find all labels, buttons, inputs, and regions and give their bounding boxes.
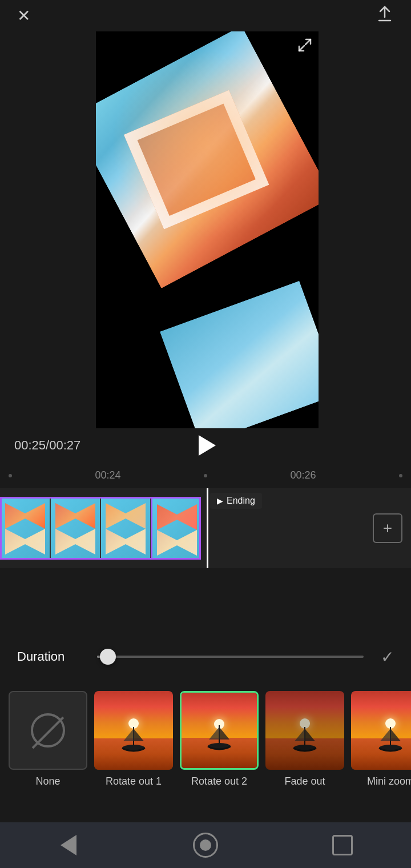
effect-rotate-out-1-thumbnail xyxy=(94,691,173,770)
time-display: 00:25/00:27 xyxy=(14,438,100,453)
boat-icon-1 xyxy=(116,724,151,758)
effect-rotate-out-2-label: Rotate out 2 xyxy=(191,775,247,787)
filmstrip-area: ▶ Ending + xyxy=(0,488,411,568)
effect-none[interactable]: None xyxy=(9,691,87,787)
ending-icon: ▶ xyxy=(217,496,223,505)
add-clip-icon: + xyxy=(383,519,392,537)
ending-label: Ending xyxy=(227,496,255,506)
film-frame-3[interactable] xyxy=(100,497,151,560)
svg-marker-5 xyxy=(123,729,134,741)
home-icon xyxy=(193,833,218,858)
ruler-time-2: 00:26 xyxy=(207,469,399,481)
film-frame-4[interactable] xyxy=(151,497,201,560)
close-button[interactable]: ✕ xyxy=(17,6,30,25)
effect-none-label: None xyxy=(35,775,60,787)
ending-badge: ▶ Ending xyxy=(210,493,262,509)
confirm-button[interactable]: ✓ xyxy=(381,648,394,666)
effect-none-thumbnail xyxy=(9,691,87,770)
filmstrip xyxy=(0,497,206,560)
svg-marker-13 xyxy=(295,729,305,741)
effect-mini-zoom-thumbnail xyxy=(351,691,411,770)
recent-apps-icon xyxy=(332,835,353,855)
bottom-nav xyxy=(0,822,411,868)
expand-icon[interactable] xyxy=(296,36,314,58)
nav-back-button[interactable] xyxy=(53,830,84,861)
nav-recent-button[interactable] xyxy=(327,830,358,861)
duration-slider[interactable] xyxy=(97,656,364,658)
ruler-dot-3 xyxy=(399,474,402,477)
effect-fade-out[interactable]: Fade out xyxy=(265,691,344,787)
back-icon xyxy=(61,835,76,855)
duration-area: Duration ✓ xyxy=(0,640,411,674)
svg-marker-9 xyxy=(209,727,219,740)
nav-home-button[interactable] xyxy=(190,830,221,861)
boat-icon-4 xyxy=(373,724,408,758)
top-bar: ✕ xyxy=(0,0,411,31)
boat-icon-3 xyxy=(288,724,322,758)
effect-rotate-out-2[interactable]: Rotate out 2 xyxy=(180,691,259,787)
effect-rotate-out-1[interactable]: Rotate out 1 xyxy=(94,691,173,787)
ruler-marks: 00:24 00:26 xyxy=(9,469,402,481)
effect-fade-out-thumbnail xyxy=(265,691,344,770)
boat-icon-2 xyxy=(202,722,236,757)
svg-marker-17 xyxy=(380,729,390,741)
play-icon xyxy=(199,435,216,456)
film-frame-2[interactable] xyxy=(50,497,100,560)
effect-mini-zoom-label: Mini zoom xyxy=(367,775,411,787)
play-button[interactable] xyxy=(193,433,218,458)
video-preview xyxy=(96,31,319,428)
effect-mini-zoom[interactable]: Mini zoom xyxy=(351,691,411,787)
svg-marker-8 xyxy=(219,727,229,740)
film-frame-1[interactable] xyxy=(0,497,50,560)
playhead xyxy=(207,488,208,568)
slider-thumb[interactable] xyxy=(100,649,116,665)
effect-rotate-out-2-thumbnail xyxy=(180,691,259,770)
prohibited-icon xyxy=(31,713,65,748)
playback-controls: 00:25/00:27 xyxy=(0,428,411,463)
home-icon-inner xyxy=(200,839,211,851)
effect-fade-out-label: Fade out xyxy=(284,775,325,787)
svg-marker-16 xyxy=(390,729,401,741)
svg-marker-12 xyxy=(305,729,315,741)
export-button[interactable] xyxy=(376,5,394,27)
timeline-ruler: 00:24 00:26 xyxy=(0,463,411,488)
svg-line-1 xyxy=(305,39,311,45)
effects-panel: None Rotate out 1 xyxy=(0,680,411,845)
add-clip-button[interactable]: + xyxy=(373,513,402,543)
ruler-time-1: 00:24 xyxy=(12,469,204,481)
svg-marker-4 xyxy=(134,729,144,741)
effect-rotate-out-1-label: Rotate out 1 xyxy=(106,775,162,787)
svg-line-2 xyxy=(299,46,304,51)
duration-label: Duration xyxy=(17,649,86,664)
